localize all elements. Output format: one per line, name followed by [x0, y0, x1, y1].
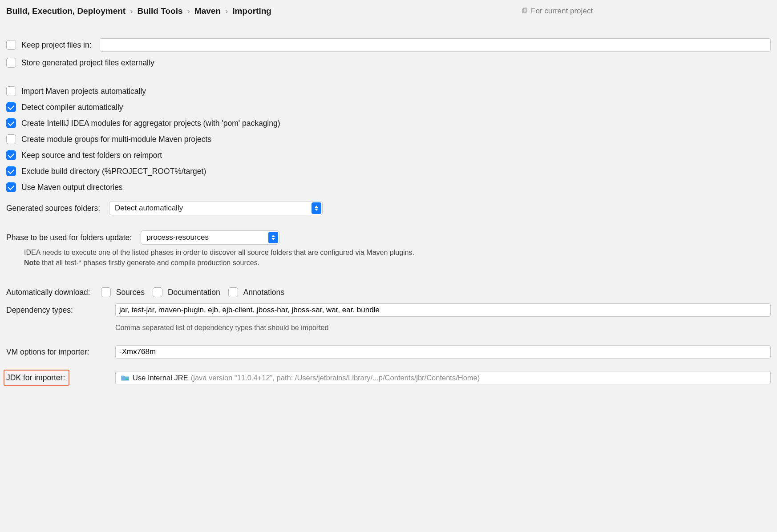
keep-source-label: Keep source and test folders on reimport: [21, 151, 162, 160]
jdk-importer-row: JDK for importer: Use Internal JRE (java…: [6, 371, 771, 384]
import-auto-checkbox[interactable]: [6, 86, 16, 96]
keep-project-files-row: Keep project files in:: [6, 38, 771, 52]
store-generated-label: Store generated project files externally: [21, 58, 154, 68]
updown-arrows-icon: [268, 232, 278, 243]
phase-value: process-resources: [146, 233, 209, 242]
download-annotations-checkbox[interactable]: [228, 287, 238, 297]
vm-options-row: VM options for importer:: [6, 345, 771, 359]
detect-compiler-label: Detect compiler automatically: [21, 103, 123, 112]
phase-hint-note: Note: [24, 259, 40, 266]
vm-options-label: VM options for importer:: [6, 347, 115, 357]
chevron-right-icon: ›: [187, 6, 190, 16]
generated-sources-row: Generated sources folders: Detect automa…: [6, 201, 771, 215]
exclude-build-label: Exclude build directory (%PROJECT_ROOT%/…: [21, 167, 206, 176]
dependency-types-label: Dependency types:: [6, 306, 115, 315]
phase-row: Phase to be used for folders update: pro…: [6, 230, 771, 245]
breadcrumb: Build, Execution, Deployment › Build Too…: [6, 6, 271, 16]
auto-download-label: Automatically download:: [6, 288, 90, 297]
create-modules-label: Create IntelliJ IDEA modules for aggrega…: [21, 119, 280, 128]
detect-compiler-row: Detect compiler automatically: [6, 102, 771, 112]
project-scope-indicator: For current project: [521, 7, 593, 16]
phase-select[interactable]: process-resources: [141, 230, 279, 245]
phase-label: Phase to be used for folders update:: [6, 233, 132, 242]
jdk-importer-label: JDK for importer:: [4, 370, 69, 386]
create-groups-label: Create module groups for multi-module Ma…: [21, 135, 211, 144]
download-sources-label: Sources: [116, 288, 145, 297]
use-maven-output-row: Use Maven output directories: [6, 182, 771, 192]
svg-rect-0: [522, 9, 526, 13]
chevron-right-icon: ›: [225, 6, 228, 16]
download-annotations-label: Annotations: [243, 288, 284, 297]
exclude-build-checkbox[interactable]: [6, 166, 16, 176]
copy-icon: [521, 8, 528, 15]
phase-hint-line2: that all test-* phases firstly generate …: [40, 259, 260, 266]
breadcrumb-item: Importing: [232, 6, 271, 16]
keep-project-files-input[interactable]: [100, 38, 771, 52]
store-generated-row: Store generated project files externally: [6, 58, 771, 68]
folder-icon: [121, 375, 129, 381]
import-auto-row: Import Maven projects automatically: [6, 86, 771, 96]
jdk-importer-label-wrap: JDK for importer:: [6, 373, 115, 383]
download-documentation-label: Documentation: [168, 288, 220, 297]
keep-source-checkbox[interactable]: [6, 150, 16, 160]
keep-source-row: Keep source and test folders on reimport: [6, 150, 771, 160]
chevron-right-icon: ›: [130, 6, 133, 16]
jdk-importer-select[interactable]: Use Internal JRE (java version "11.0.4+1…: [115, 371, 771, 384]
generated-sources-select[interactable]: Detect automatically: [109, 201, 323, 215]
generated-sources-label: Generated sources folders:: [6, 204, 100, 213]
use-maven-output-checkbox[interactable]: [6, 182, 16, 192]
breadcrumb-item[interactable]: Build Tools: [137, 6, 182, 16]
create-modules-checkbox[interactable]: [6, 118, 16, 128]
exclude-build-row: Exclude build directory (%PROJECT_ROOT%/…: [6, 166, 771, 176]
dependency-types-input[interactable]: [115, 303, 771, 317]
jdk-importer-secondary: (java version "11.0.4+12", path: /Users/…: [191, 374, 480, 382]
dependency-types-hint: Comma separated list of dependency types…: [115, 324, 328, 332]
svg-rect-1: [523, 8, 527, 12]
phase-hint-line1: IDEA needs to execute one of the listed …: [24, 249, 414, 256]
keep-project-files-label: Keep project files in:: [21, 40, 92, 50]
download-sources-checkbox[interactable]: [101, 287, 111, 297]
create-groups-checkbox[interactable]: [6, 134, 16, 144]
generated-sources-value: Detect automatically: [115, 204, 183, 213]
download-documentation-checkbox[interactable]: [153, 287, 162, 297]
project-scope-label: For current project: [531, 7, 593, 16]
settings-header: Build, Execution, Deployment › Build Too…: [6, 6, 771, 16]
dependency-types-row: Dependency types:: [6, 303, 771, 317]
store-generated-checkbox[interactable]: [6, 58, 16, 68]
use-maven-output-label: Use Maven output directories: [21, 183, 123, 192]
create-groups-row: Create module groups for multi-module Ma…: [6, 134, 771, 144]
detect-compiler-checkbox[interactable]: [6, 102, 16, 112]
create-modules-row: Create IntelliJ IDEA modules for aggrega…: [6, 118, 771, 128]
import-auto-label: Import Maven projects automatically: [21, 87, 146, 96]
jdk-importer-value: Use Internal JRE: [133, 374, 188, 382]
phase-hint: IDEA needs to execute one of the listed …: [24, 247, 771, 268]
svg-rect-2: [125, 379, 128, 380]
breadcrumb-item[interactable]: Maven: [194, 6, 221, 16]
breadcrumb-item[interactable]: Build, Execution, Deployment: [6, 6, 125, 16]
keep-project-files-checkbox[interactable]: [6, 40, 16, 50]
vm-options-input[interactable]: [115, 345, 771, 359]
auto-download-row: Automatically download: Sources Document…: [6, 287, 771, 297]
updown-arrows-icon: [312, 202, 321, 214]
